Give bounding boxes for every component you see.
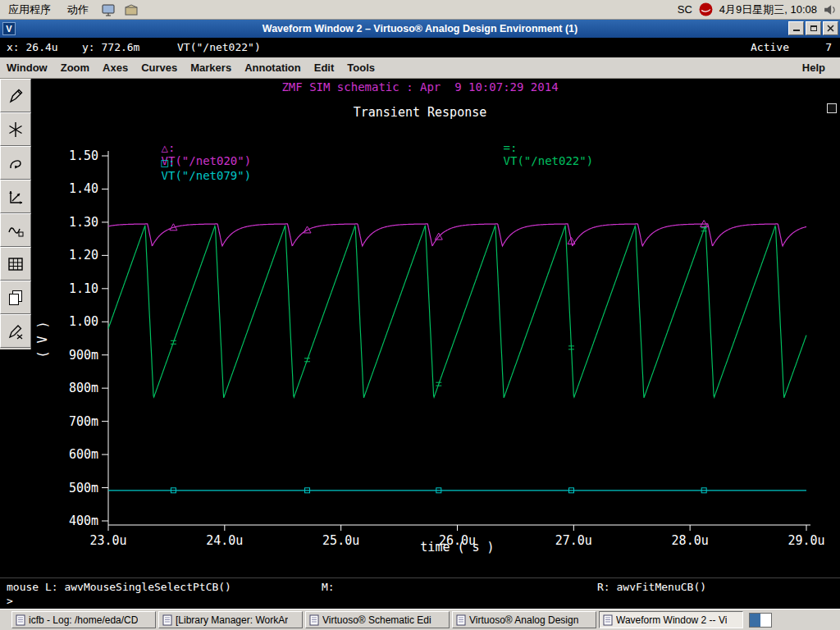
menu-help[interactable]: Help <box>796 57 832 78</box>
plot-header: ZMF SIM schematic : Apr 9 10:07:29 2014 <box>0 80 840 94</box>
toolbar-subwave-button[interactable] <box>0 213 31 247</box>
window-doc-icon <box>603 614 613 626</box>
svg-text:1.20: 1.20 <box>69 248 98 262</box>
box-icon <box>124 2 139 17</box>
taskbar-button-schematic-editor[interactable]: Virtuoso® Schematic Edi <box>305 611 450 628</box>
svg-text:23.0u: 23.0u <box>89 533 126 548</box>
taskbar-label: icfb - Log: /home/eda/CD <box>29 614 138 626</box>
svg-text:29.0u: 29.0u <box>788 533 824 548</box>
toolbar-calculator-button[interactable] <box>0 247 31 281</box>
window-titlebar[interactable]: V Waveform Window 2 – Virtuoso® Analog D… <box>0 20 840 38</box>
desktop: 应用程序 动作 SC 4月9日星期三, 10:08 <box>0 0 840 630</box>
svg-text:1.40: 1.40 <box>69 181 98 196</box>
pen-strike-icon <box>6 322 25 341</box>
redhat-icon[interactable] <box>699 2 713 16</box>
svg-text:time ( s ): time ( s ) <box>420 540 494 555</box>
axes-icon <box>6 187 25 207</box>
desktop-topbar: 应用程序 动作 SC 4月9日星期三, 10:08 <box>0 0 840 20</box>
workspace-1[interactable] <box>750 614 760 627</box>
terminal-launcher-icon[interactable] <box>100 2 116 18</box>
legend-net079[interactable]: □: VT("/net079") <box>120 143 251 195</box>
monitor-icon <box>101 2 116 17</box>
taskbar-label: Virtuoso® Schematic Edi <box>322 614 431 626</box>
svg-text:25.0u: 25.0u <box>322 533 359 548</box>
copy-icon <box>6 288 25 308</box>
speaker-icon[interactable] <box>824 3 837 16</box>
svg-text:( V ): ( V ) <box>35 321 50 358</box>
wave-icon <box>6 221 25 240</box>
menu-annotation[interactable]: Annotation <box>238 57 308 78</box>
toolbar-erase-button[interactable] <box>0 314 31 348</box>
taskbar-label: [Library Manager: WorkAr <box>176 614 288 626</box>
coordinate-bar: x: 26.4u y: 772.6m VT("/net022") Active … <box>0 38 840 57</box>
menu-edit[interactable]: Edit <box>308 57 341 78</box>
close-button[interactable] <box>823 21 838 35</box>
active-count: 7 <box>825 41 832 53</box>
plot-title: Transient Response <box>0 105 840 120</box>
legend-label: VT("/net079") <box>162 169 252 182</box>
taskbar-button-icfb-log[interactable]: icfb - Log: /home/eda/CD <box>11 611 156 628</box>
grid-icon <box>6 254 25 274</box>
workspace-pager[interactable] <box>749 613 772 628</box>
window-menu-icon[interactable]: V <box>2 22 16 35</box>
cursor-y-readout: y: 772.6m <box>82 41 139 53</box>
menu-axes[interactable]: Axes <box>96 57 135 78</box>
prompt-char: > <box>7 595 13 607</box>
pen-icon <box>6 86 25 106</box>
toolbar-hook-button[interactable] <box>0 146 31 180</box>
toolbar-star-button[interactable] <box>0 112 31 146</box>
menu-markers[interactable]: Markers <box>184 57 238 78</box>
taskbar-button-waveform-window[interactable]: Waveform Window 2 -- Vi <box>599 611 743 628</box>
svg-text:27.0u: 27.0u <box>555 533 592 548</box>
menu-window[interactable]: Window <box>0 57 54 78</box>
keyboard-layout-indicator[interactable]: SC <box>678 3 692 16</box>
applications-menu[interactable]: 应用程序 <box>0 0 59 19</box>
taskbar-label: Waveform Window 2 -- Vi <box>616 614 727 626</box>
taskbar-button-analog-design[interactable]: Virtuoso® Analog Design <box>452 611 596 628</box>
window-doc-icon <box>162 614 172 626</box>
window-doc-icon <box>16 614 25 626</box>
close-icon <box>827 25 834 32</box>
toolbar-axes-button[interactable] <box>0 180 31 213</box>
svg-text:900m: 900m <box>69 348 98 363</box>
toolbar-copy-button[interactable] <box>0 281 31 314</box>
command-prompt[interactable]: > <box>0 594 840 609</box>
svg-text:600m: 600m <box>69 447 98 462</box>
maximize-button[interactable] <box>806 21 821 35</box>
svg-text:1.00: 1.00 <box>69 314 98 329</box>
hook-icon <box>6 153 25 173</box>
package-launcher-icon[interactable] <box>123 2 139 18</box>
active-label: Active <box>751 41 789 53</box>
plot-page-indicator[interactable] <box>827 103 837 113</box>
taskbar-button-library-manager[interactable]: [Library Manager: WorkAr <box>158 611 303 628</box>
actions-menu[interactable]: 动作 <box>59 0 97 19</box>
window-doc-icon <box>309 614 319 626</box>
maximize-icon <box>810 25 817 31</box>
taskbar: icfb - Log: /home/eda/CD [Library Manage… <box>0 609 840 630</box>
svg-text:700m: 700m <box>69 414 98 429</box>
menu-zoom[interactable]: Zoom <box>54 57 96 78</box>
left-toolbar <box>0 79 31 349</box>
menu-tools[interactable]: Tools <box>340 57 381 78</box>
mouse-bindings-bar: mouse L: awvMouseSingleSelectPtCB() M: R… <box>0 578 840 594</box>
mouse-middle-binding: M: <box>322 581 335 593</box>
clock[interactable]: 4月9日星期三, 10:08 <box>719 2 817 17</box>
legend-marker-equals: =: <box>504 141 518 154</box>
minimize-button[interactable] <box>788 21 804 35</box>
svg-text:800m: 800m <box>69 381 98 395</box>
minimize-icon <box>793 25 800 31</box>
menubar: Window Zoom Axes Curves Markers Annotati… <box>0 57 840 79</box>
svg-text:400m: 400m <box>69 514 98 528</box>
svg-text:1.30: 1.30 <box>69 215 98 230</box>
waveform-canvas-area: 1.501.401.301.201.101.00900m800m700m600m… <box>0 79 840 578</box>
svg-text:24.0u: 24.0u <box>206 533 243 548</box>
mouse-right-binding: R: awvFitMenuCB() <box>597 581 706 593</box>
svg-text:1.50: 1.50 <box>69 148 98 163</box>
legend-label: VT("/net022") <box>504 154 594 167</box>
svg-text:1.10: 1.10 <box>69 281 98 296</box>
toolbar-pen-button[interactable] <box>0 79 31 112</box>
workspace-2[interactable] <box>760 614 771 627</box>
cursor-x-readout: x: 26.4u <box>7 41 58 53</box>
legend-net022[interactable]: =: VT("/net022") <box>462 128 593 180</box>
menu-curves[interactable]: Curves <box>135 57 184 78</box>
